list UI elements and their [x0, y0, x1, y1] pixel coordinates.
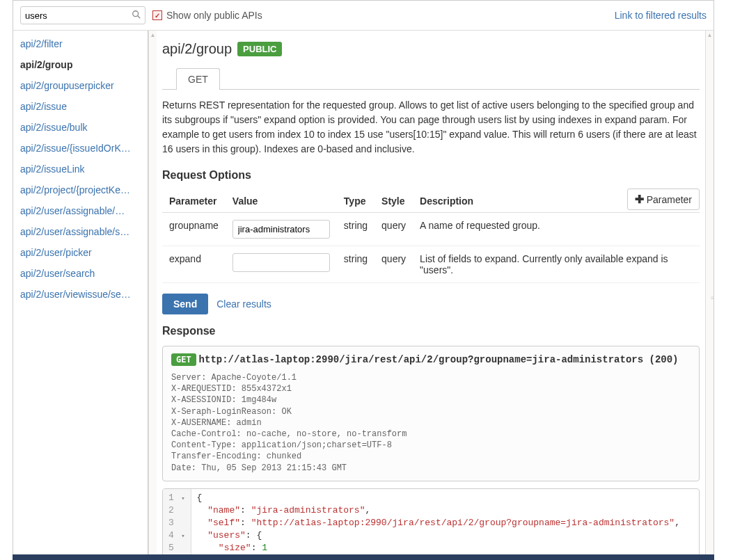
param-style: query	[374, 213, 413, 246]
svg-point-0	[133, 11, 139, 17]
table-header: Parameter	[162, 190, 226, 213]
response-title: Response	[162, 325, 700, 337]
main-content: ⋮ api/2/group PUBLIC GET Returns REST re…	[148, 31, 713, 559]
table-header: Value	[226, 190, 337, 213]
param-desc: List of fields to expand. Currently only…	[413, 246, 700, 283]
param-name: expand	[162, 246, 226, 283]
sidebar-item-2[interactable]: api/2/groupuserpicker	[13, 75, 148, 96]
description-text: Returns REST representation for the requ…	[162, 98, 700, 157]
response-box: GET http://atlas-laptop:2990/jira/rest/a…	[162, 346, 700, 481]
parameters-table: ParameterValueTypeStyleDescription group…	[162, 190, 700, 283]
send-button[interactable]: Send	[162, 294, 208, 314]
param-type: string	[337, 246, 374, 283]
main-scrollbar[interactable]: ▲ ≡	[705, 31, 713, 559]
show-public-checkbox[interactable]: ✓ Show only public APIs	[152, 10, 262, 21]
splitter-handle[interactable]: ⋮	[148, 295, 151, 298]
param-type: string	[337, 213, 374, 246]
clear-results-link[interactable]: Clear results	[216, 298, 271, 310]
sidebar-item-9[interactable]: api/2/user/assignable/s…	[13, 221, 148, 242]
json-response: 1 ▾2 3 4 ▾5 { "name": "jira-administrato…	[162, 488, 700, 559]
sidebar-item-11[interactable]: api/2/user/search	[13, 263, 148, 284]
table-row: expandstringqueryList of fields to expan…	[162, 246, 700, 283]
checkbox-icon: ✓	[152, 10, 162, 20]
sidebar-item-5[interactable]: api/2/issue/{issueIdOrK…	[13, 138, 148, 159]
show-public-label: Show only public APIs	[166, 10, 262, 21]
param-style: query	[374, 246, 413, 283]
add-parameter-button[interactable]: ✚ Parameter	[627, 189, 700, 210]
page-title: api/2/group	[162, 41, 232, 57]
method-tabs: GET	[162, 67, 700, 90]
table-header: Style	[374, 190, 413, 213]
search-input[interactable]	[20, 6, 145, 24]
sidebar-item-8[interactable]: api/2/user/assignable/…	[13, 200, 148, 221]
sidebar-item-1[interactable]: api/2/group	[13, 54, 148, 75]
sidebar-item-6[interactable]: api/2/issueLink	[13, 159, 148, 179]
topbar: ✓ Show only public APIs Link to filtered…	[13, 1, 713, 31]
response-url: http://atlas-laptop:2990/jira/rest/api/2…	[199, 354, 679, 365]
request-options-title: Request Options	[162, 169, 700, 182]
sidebar-item-12[interactable]: api/2/user/viewissue/se…	[13, 284, 148, 305]
table-row: groupnamestringqueryA name of requested …	[162, 213, 700, 246]
sidebar-item-0[interactable]: api/2/filter	[13, 33, 148, 54]
search-icon[interactable]	[132, 10, 141, 22]
sidebar-item-3[interactable]: api/2/issue	[13, 96, 148, 117]
bottom-bar	[13, 554, 714, 560]
svg-line-1	[138, 16, 141, 19]
sidebar-item-10[interactable]: api/2/user/picker	[13, 242, 148, 263]
param-desc: A name of requested group.	[413, 213, 700, 246]
plus-icon: ✚	[635, 193, 644, 206]
response-headers: Server: Apache-Coyote/1.1 X-AREQUESTID: …	[171, 372, 691, 474]
link-filtered-results[interactable]: Link to filtered results	[615, 10, 707, 21]
method-badge: GET	[171, 353, 196, 366]
public-badge: PUBLIC	[237, 42, 282, 56]
sidebar: api/2/filterapi/2/groupapi/2/groupuserpi…	[13, 31, 148, 559]
tab-get[interactable]: GET	[176, 68, 220, 90]
param-value-input[interactable]	[232, 220, 330, 239]
sidebar-item-7[interactable]: api/2/project/{projectKe…	[13, 179, 148, 200]
table-header: Type	[337, 190, 374, 213]
sidebar-item-4[interactable]: api/2/issue/bulk	[13, 117, 148, 138]
param-name: groupname	[162, 213, 226, 246]
param-value-input[interactable]	[232, 253, 330, 272]
